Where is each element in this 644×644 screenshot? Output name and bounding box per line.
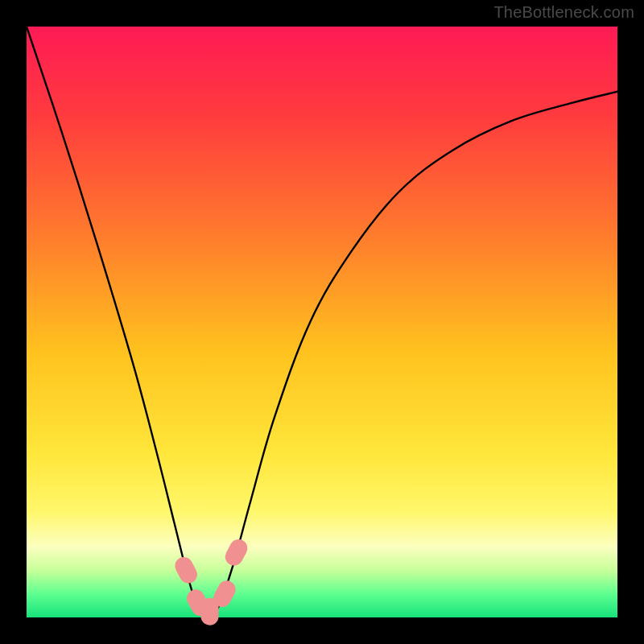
watermark-text: TheBottleneck.com bbox=[493, 3, 634, 22]
chart-svg bbox=[0, 0, 644, 644]
figure-root: TheBottleneck.com bbox=[0, 0, 644, 644]
